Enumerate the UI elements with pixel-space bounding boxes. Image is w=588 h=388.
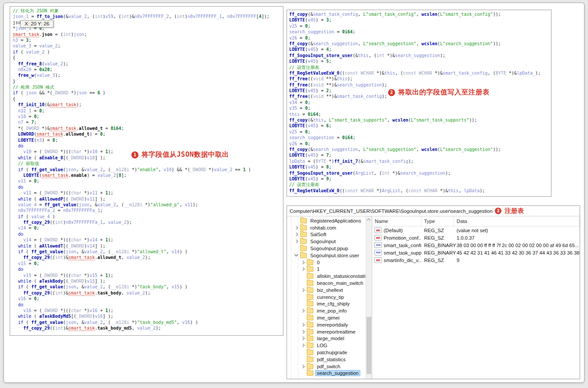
tree-item-1[interactable]: 1 (287, 266, 372, 273)
tree-item-log[interactable]: LOG (287, 342, 372, 349)
tree-item-pdf-switch[interactable]: pdf_switch (287, 363, 372, 370)
code-line: if ( value_2 ) (13, 49, 283, 55)
tree-item-pdf-statistics[interactable]: pdf_statistics (287, 356, 372, 363)
code-line: LOBYTE(v45) = 5; (289, 58, 551, 64)
code-line: ff_RegSetValueExW_0((const WCHAR *)&this… (289, 70, 551, 76)
tree-item-label[interactable]: biz_shellext (316, 287, 344, 293)
registry-value-row[interactable]: Promotion_conf...REG_SZ1.0.0.37 (372, 234, 580, 241)
chevron-right-icon[interactable] (301, 364, 305, 368)
chevron-right-icon[interactable] (301, 267, 305, 271)
tree-item-search-suggestion[interactable]: search_suggestion (287, 370, 372, 377)
tree-item-label[interactable]: search_suggestion (316, 370, 360, 376)
tree-item-registeredapplications[interactable]: RegisteredApplications (287, 217, 372, 224)
tree-item-label[interactable]: ime_cfg_shiply (316, 301, 351, 306)
chevron-right-icon[interactable] (294, 226, 298, 229)
value-name[interactable]: smart_task_config (384, 243, 421, 248)
reg-sz-icon (374, 257, 382, 263)
tree-item-label[interactable]: large_model (316, 336, 345, 341)
tree-item-label[interactable]: rohitab.com (309, 225, 338, 230)
tree-item-label[interactable]: RegisteredApplications (309, 218, 363, 223)
value-name-cell[interactable]: Promotion_conf... (372, 235, 421, 241)
tree-item-label[interactable]: imereportdaily (316, 322, 349, 327)
values-column-headers: NameTypeData (372, 216, 580, 226)
tree-item-label[interactable]: SogouInput.store.user (309, 253, 360, 258)
value-name[interactable]: smart_task_supp... (384, 250, 421, 255)
code-line: ff_copy_29((int)&smart_task.allowed_t, v… (13, 255, 283, 260)
tree-item-sogouinput-ppup[interactable]: SogouInput.ppup (287, 245, 372, 252)
tree-item-beacon-main-switch[interactable]: beacon_main_switch (287, 280, 372, 287)
tree-item-allskin-statusiconstatis[interactable]: allskin_statusiconstatis (287, 273, 372, 280)
code-line: do (13, 184, 283, 190)
value-name-cell[interactable]: smartinfo_dic_v... (372, 257, 421, 263)
tree-scrollbar[interactable] (366, 216, 372, 379)
tree-item-label[interactable]: LOG (316, 343, 329, 348)
code-line: do (13, 302, 283, 308)
registry-value-row[interactable]: (Default)REG_SZ(value not set) (372, 226, 580, 234)
tree-item-label[interactable]: 1 (316, 266, 321, 272)
chevron-right-icon[interactable] (301, 260, 305, 264)
registry-value-row[interactable]: smartinfo_dic_v...REG_SZ9 (372, 256, 580, 264)
tree-item-label[interactable]: imereportrealtime (316, 329, 357, 334)
scrollbar-thumb[interactable] (367, 317, 371, 374)
tree-item-ime-pop-info[interactable]: ime_pop_info (287, 307, 372, 314)
chevron-right-icon[interactable] (301, 309, 305, 313)
reg-sz-icon (374, 235, 382, 241)
chevron-right-icon[interactable] (301, 337, 305, 340)
tree-item-label[interactable]: 0 (316, 260, 321, 265)
chevron-right-icon[interactable] (294, 233, 298, 236)
tree-item-rohitab-com[interactable]: rohitab.com (287, 224, 372, 231)
code-line: ff_copy(&smart_task_config, L"smart_task… (289, 11, 551, 17)
chevron-right-icon[interactable] (301, 344, 305, 347)
value-name[interactable]: (Default) (384, 228, 403, 233)
annotation-2-text: 将取出的字段值写入至注册表 (398, 90, 490, 95)
tree-item-sogouinput[interactable]: SogouInput (287, 238, 372, 245)
tree-item-biz-shellext[interactable]: biz_shellext (287, 287, 372, 294)
tree-item-label[interactable]: ime_pop_info (316, 308, 348, 313)
tree-item-large-model[interactable]: large_model (287, 335, 372, 342)
column-header-data[interactable]: Data (454, 216, 580, 226)
column-header-type[interactable]: Type (421, 216, 454, 226)
tree-item-label[interactable]: currency_tip (316, 295, 345, 300)
tree-item-imereportrealtime[interactable]: imereportrealtime (287, 328, 372, 335)
code-line: do (13, 143, 283, 149)
column-header-name[interactable]: Name (372, 216, 421, 226)
code-line: if ( ff_get_value(json, &value_2, (__m12… (13, 284, 283, 290)
tree-item-label[interactable]: ime_qimei (316, 315, 341, 320)
chevron-right-icon[interactable] (294, 240, 298, 243)
tree-item-salsoft[interactable]: SalSoft (287, 231, 372, 238)
tree-item-label[interactable]: SalSoft (309, 232, 327, 237)
tree-item-patchupgrade[interactable]: patchupgrade (287, 349, 372, 356)
tree-item-label[interactable]: SogouInput.ppup (309, 246, 349, 251)
registry-address-bar[interactable]: Computer\HKEY_CURRENT_USER\SOFTWARE\Sogo… (287, 206, 580, 216)
tree-item-label[interactable]: beacon_main_switch (316, 280, 365, 286)
code-line: LOBYTE(smart_task.enable) = value_2[8]; (13, 172, 283, 178)
value-name[interactable]: smartinfo_dic_v... (384, 258, 421, 263)
chevron-right-icon[interactable] (301, 288, 305, 292)
tree-item-imereportdaily[interactable]: imereportdaily (287, 321, 372, 328)
registry-value-row[interactable]: smart_task_configREG_BINARY38 03 00 00 f… (372, 241, 580, 249)
code-line: ff_copy(&search_suggestion, L"search_sug… (289, 147, 551, 152)
registry-value-row[interactable]: smart_task_supp...REG_BINARY45 42 42 31 … (372, 249, 580, 256)
tree-item-label[interactable]: SogouInput (309, 239, 337, 244)
chevron-right-icon[interactable] (301, 330, 305, 333)
tree-item-label[interactable]: pdf_switch (316, 364, 341, 369)
value-name-cell[interactable]: smart_task_supp... (372, 250, 421, 255)
tree-item-sogouinput-store-user[interactable]: SogouInput.store.user (287, 252, 372, 259)
chevron-down-icon[interactable] (294, 253, 298, 256)
tree-item-0[interactable]: 0 (287, 259, 372, 266)
code-line: // 转化为 JSON 对象 (13, 8, 283, 14)
tree-item-label[interactable]: patchupgrade (316, 350, 348, 355)
value-name[interactable]: Promotion_conf... (384, 235, 421, 241)
value-name-cell[interactable]: (Default) (372, 227, 421, 233)
tree-item-currency-tip[interactable]: currency_tip (287, 294, 372, 301)
code-line: ff_RegSetValueExW_0((const WCHAR *)ArgLi… (289, 188, 551, 194)
value-name-cell[interactable]: smart_task_config (372, 242, 421, 248)
code-line: json_1 = ff_to_json(&value_2, (int)v59, … (13, 14, 283, 19)
registry-address[interactable]: Computer\HKEY_CURRENT_USER\SOFTWARE\Sogo… (290, 208, 493, 214)
chevron-right-icon[interactable] (301, 323, 305, 327)
scrollbar-up-arrow-icon[interactable] (366, 216, 372, 222)
tree-item-ime-cfg-shiply[interactable]: ime_cfg_shiply (287, 301, 372, 308)
tree-item-label[interactable]: allskin_statusiconstatis (316, 273, 369, 279)
tree-item-ime-qimei[interactable]: ime_qimei (287, 314, 372, 321)
tree-item-label[interactable]: pdf_statistics (316, 357, 347, 362)
